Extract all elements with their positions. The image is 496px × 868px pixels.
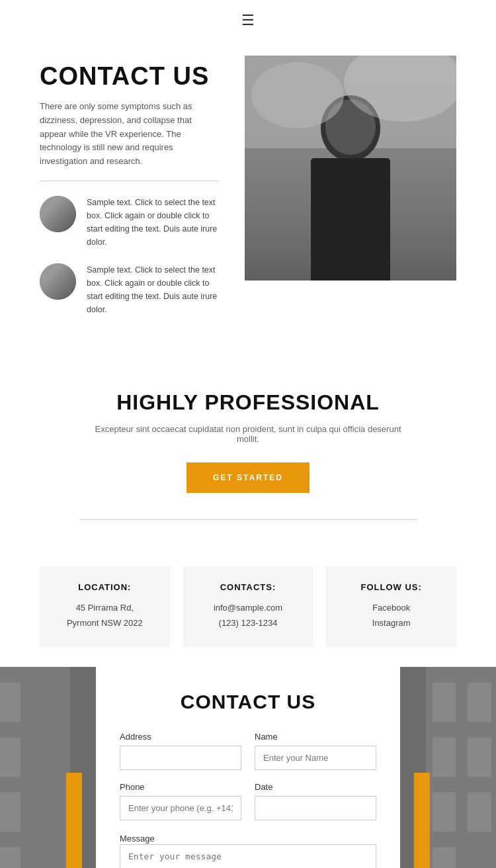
address-input[interactable] [120, 746, 241, 770]
hp-description: Excepteur sint occaecat cupidatat non pr… [83, 424, 413, 444]
cf-title: CONTACT US [120, 691, 376, 713]
get-started-button[interactable]: GET STARTED [186, 462, 310, 493]
form-message-group: Message [120, 832, 376, 868]
info-box-contacts: CONTACTS: info@sample.com (123) 123-1234 [183, 566, 313, 647]
person2-text: Sample text. Click to select the text bo… [87, 263, 218, 316]
orange-bar-left [66, 773, 82, 868]
follow-label: FOLLOW US: [339, 582, 443, 592]
contacts-content: info@sample.com (123) 123-1234 [196, 600, 300, 631]
contact-person-1: Sample text. Click to select the text bo… [40, 196, 218, 249]
info-box-follow: FOLLOW US: Facebook Instagram [326, 566, 456, 647]
form-col-date: Date [255, 782, 376, 820]
form-row-address-name: Address Name [120, 732, 376, 770]
form-row-phone-date: Phone Date [120, 782, 376, 820]
contacts-label: CONTACTS: [196, 582, 300, 592]
location-content: 45 Pirrama Rd, Pyrmont NSW 2022 [53, 600, 157, 631]
orange-bar-right [414, 773, 430, 868]
hero-title: CONTACT US [40, 62, 218, 91]
date-input[interactable] [255, 796, 376, 820]
hp-divider [79, 519, 417, 520]
svg-rect-4 [311, 158, 390, 281]
avatar-1 [40, 196, 76, 232]
follow-content: Facebook Instagram [339, 600, 443, 631]
name-label: Name [255, 732, 376, 742]
hp-title: HIGHLY PROFESSIONAL [40, 390, 456, 415]
highly-professional-section: HIGHLY PROFESSIONAL Excepteur sint occae… [0, 357, 496, 546]
message-textarea[interactable] [120, 844, 376, 868]
hero-divider [40, 181, 218, 181]
location-label: LOCATION: [53, 582, 157, 592]
contact-form-card: CONTACT US Address Name Phone Date Messa… [96, 667, 400, 868]
contact-hero-photo [245, 56, 456, 281]
contact-hero-section: CONTACT US There are only some symptoms … [0, 36, 496, 357]
contact-person-2: Sample text. Click to select the text bo… [40, 263, 218, 316]
date-label: Date [255, 782, 376, 792]
message-label: Message [120, 834, 155, 844]
avatar-2 [40, 263, 76, 300]
svg-point-6 [251, 62, 344, 128]
phone-label: Phone [120, 782, 241, 792]
person-photo [245, 56, 456, 281]
name-input[interactable] [255, 746, 376, 770]
person1-text: Sample text. Click to select the text bo… [87, 196, 218, 249]
form-col-address: Address [120, 732, 241, 770]
info-box-location: LOCATION: 45 Pirrama Rd, Pyrmont NSW 202… [40, 566, 170, 647]
contact-hero-left: CONTACT US There are only some symptoms … [40, 56, 218, 331]
hamburger-icon[interactable]: ☰ [241, 12, 255, 29]
info-boxes: LOCATION: 45 Pirrama Rd, Pyrmont NSW 202… [0, 546, 496, 667]
form-col-name: Name [255, 732, 376, 770]
contact-form-section: CONTACT US Address Name Phone Date Messa… [0, 667, 496, 868]
address-label: Address [120, 732, 241, 742]
form-col-phone: Phone [120, 782, 241, 820]
phone-input[interactable] [120, 796, 241, 820]
hero-description: There are only some symptoms such as diz… [40, 100, 218, 169]
header: ☰ [0, 0, 496, 36]
